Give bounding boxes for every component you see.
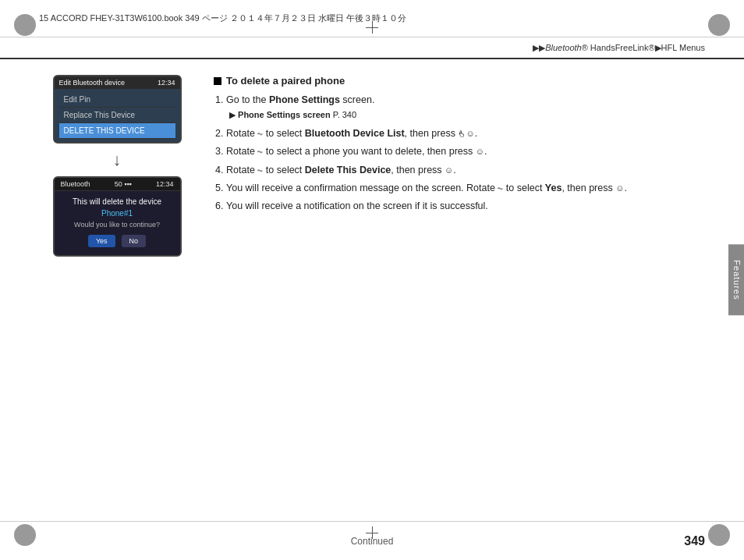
screen2-signal: 50 ▪▪▪ — [115, 180, 132, 188]
screen1-time: 12:34 — [158, 79, 175, 87]
screen1-top-bar: Edit Bluetooth device 12:34 — [55, 76, 180, 89]
section-title-text: To delete a paired phone — [226, 75, 345, 87]
black-square-icon — [214, 77, 221, 85]
corner-decoration-top-right — [708, 14, 730, 36]
main-content: Edit Bluetooth device 12:34 Edit Pin Rep… — [39, 59, 705, 521]
dialog-title: This will delete the device — [61, 197, 174, 206]
screen2-dialog: This will delete the device Phone#1 Woul… — [55, 191, 180, 255]
dialog-buttons: Yes No — [61, 235, 174, 247]
screen2-mockup: Bluetooth 50 ▪▪▪ 12:34 This will delete … — [53, 176, 182, 257]
step-5: You will receive a confirmation message … — [226, 181, 705, 196]
menu-item-edit-pin: Edit Pin — [59, 92, 175, 108]
screen2-time: 12:34 — [156, 180, 174, 188]
screen2-top-bar: Bluetooth 50 ▪▪▪ 12:34 — [55, 178, 180, 191]
features-sidebar-tab: Features — [728, 244, 744, 315]
menu-item-delete: DELETE THIS DEVICE — [59, 123, 175, 139]
page-number: 349 — [684, 534, 705, 548]
dialog-phone: Phone#1 — [61, 209, 174, 218]
header-section: ▶▶Bluetooth® HandsFreeLink®▶HFL Menus — [0, 37, 744, 59]
corner-decoration-bottom-left — [14, 524, 36, 546]
menu-item-replace: Replace This Device — [59, 108, 175, 123]
step-2: Rotate ⏦ to select Bluetooth Device List… — [226, 126, 705, 141]
right-panel: To delete a paired phone Go to the Phone… — [214, 59, 705, 521]
arrow-down-icon: ↓ — [113, 144, 122, 176]
breadcrumb: ▶▶Bluetooth® HandsFreeLink®▶HFL Menus — [533, 43, 705, 53]
step-3: Rotate ⏦ to select a phone you want to d… — [226, 144, 705, 159]
screen1-mockup: Edit Bluetooth device 12:34 Edit Pin Rep… — [53, 75, 182, 144]
crosshair-bottom-center — [366, 526, 378, 539]
screen2-bluetooth-label: Bluetooth — [61, 180, 90, 188]
step-6: You will receive a notification on the s… — [226, 199, 705, 214]
dialog-question: Would you like to continue? — [61, 221, 174, 229]
dialog-yes-btn: Yes — [88, 235, 115, 247]
section-title: To delete a paired phone — [214, 75, 705, 87]
screen1-content: Edit Pin Replace This Device DELETE THIS… — [55, 89, 180, 142]
dialog-no-btn: No — [122, 235, 147, 247]
left-panel: Edit Bluetooth device 12:34 Edit Pin Rep… — [39, 59, 195, 521]
step-1: Go to the Phone Settings screen. ▶ Phone… — [226, 93, 705, 123]
screen1-title: Edit Bluetooth device — [59, 79, 126, 87]
crosshair-top-center — [366, 21, 378, 34]
instructions: Go to the Phone Settings screen. ▶ Phone… — [214, 93, 705, 214]
step-4: Rotate ⏦ to select Delete This Device, t… — [226, 163, 705, 178]
corner-decoration-top-left — [14, 14, 36, 36]
corner-decoration-bottom-right — [708, 524, 730, 546]
